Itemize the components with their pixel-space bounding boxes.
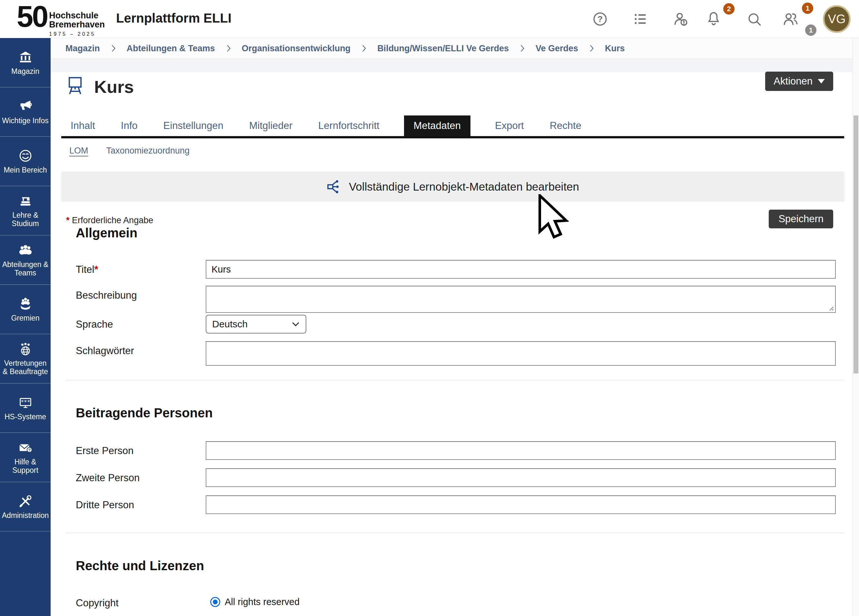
chevron-right-icon bbox=[111, 44, 116, 52]
tab-mitglieder[interactable]: Mitglieder bbox=[248, 116, 294, 136]
sidebar-item-gremien[interactable]: Gremien bbox=[0, 285, 51, 334]
required-note: * Erforderliche Angabe bbox=[66, 216, 153, 225]
caret-down-icon bbox=[818, 79, 825, 83]
breadcrumb-link-abteilungen[interactable]: Abteilungen & Teams bbox=[127, 44, 215, 53]
monitor-icon: *** bbox=[18, 395, 33, 410]
svg-text:***: *** bbox=[20, 399, 30, 405]
breadcrumb-current-kurs[interactable]: Kurs bbox=[605, 44, 625, 53]
people-in-hand-icon bbox=[18, 296, 33, 311]
chevron-right-icon bbox=[361, 44, 366, 52]
sidebar-item-hilfe-support[interactable]: ? Hilfe & Support bbox=[0, 433, 51, 482]
section-divider bbox=[66, 533, 844, 533]
chevron-right-icon bbox=[589, 44, 594, 52]
tab-info[interactable]: Info bbox=[120, 116, 139, 136]
breadcrumb-link-magazin[interactable]: Magazin bbox=[66, 44, 100, 53]
sidebar-item-vertretungen-beauftragte[interactable]: Vertretungen & Beauftragte bbox=[0, 334, 51, 383]
avatar[interactable]: VG bbox=[823, 5, 851, 33]
beschreibung-textarea[interactable] bbox=[206, 286, 836, 313]
zweite-person-input[interactable] bbox=[206, 468, 836, 487]
titel-input[interactable] bbox=[206, 260, 836, 279]
erste-person-input[interactable] bbox=[206, 441, 836, 460]
schlagwoerter-label: Schlagwörter bbox=[76, 345, 134, 357]
smiley-icon bbox=[18, 149, 33, 163]
hochschule-bremerhaven-logo[interactable]: 50 Hochschule Bremerhaven 1975 – 2025 bbox=[17, 3, 105, 37]
tab-export[interactable]: Export bbox=[494, 116, 525, 136]
books-icon bbox=[18, 194, 33, 208]
dritte-person-input[interactable] bbox=[206, 496, 836, 514]
chevron-right-icon bbox=[226, 44, 231, 52]
schlagwoerter-input[interactable] bbox=[206, 341, 836, 366]
bank-icon bbox=[18, 50, 33, 64]
sidebar-item-hs-systeme[interactable]: *** HS-Systeme bbox=[0, 383, 51, 433]
main-sidebar: Magazin Wichtige Infos Mein Bereich Lehr… bbox=[0, 38, 51, 616]
sidebar-item-magazin[interactable]: Magazin bbox=[0, 38, 51, 88]
breadcrumb-link-bildung-wissen[interactable]: Bildung/Wissen/ELLI Ve Gerdes bbox=[377, 44, 509, 53]
tab-rechte[interactable]: Rechte bbox=[548, 116, 583, 136]
breadcrumb: Magazin Abteilungen & Teams Organisation… bbox=[51, 38, 853, 59]
vertical-scrollbar bbox=[853, 38, 859, 616]
notifications-bell-icon[interactable] bbox=[706, 10, 722, 27]
chevron-right-icon bbox=[520, 44, 525, 52]
svg-text:?: ? bbox=[598, 14, 603, 24]
actions-button[interactable]: Aktionen bbox=[765, 72, 833, 91]
radio-selected-icon[interactable] bbox=[210, 597, 220, 607]
subtab-bar: LOM Taxonomiezuordnung bbox=[69, 146, 190, 156]
sidebar-item-lehre-studium[interactable]: Lehre & Studium bbox=[0, 186, 51, 235]
zweite-person-label: Zweite Person bbox=[76, 472, 140, 484]
section-heading-beitragende: Beitragende Personen bbox=[76, 406, 213, 420]
breadcrumb-separator-band bbox=[51, 60, 853, 72]
breadcrumb-link-ve-gerdes[interactable]: Ve Gerdes bbox=[536, 44, 578, 53]
beschreibung-label: Beschreibung bbox=[76, 289, 137, 301]
logo-name-line2: Bremerhaven bbox=[49, 20, 105, 29]
notification-badge: 2 bbox=[723, 3, 734, 14]
copyright-radio-option[interactable]: All rights reserved bbox=[210, 597, 300, 607]
sidebar-item-wichtige-infos[interactable]: Wichtige Infos bbox=[0, 88, 51, 137]
user-status-icon[interactable] bbox=[673, 11, 689, 27]
tab-inhalt[interactable]: Inhalt bbox=[69, 116, 97, 136]
subtab-taxonomiezuordnung[interactable]: Taxonomiezuordnung bbox=[106, 146, 190, 156]
contacts-icon[interactable] bbox=[782, 11, 798, 27]
list-menu-icon[interactable] bbox=[633, 11, 648, 27]
logo-number: 50 bbox=[17, 3, 47, 31]
top-header: 50 Hochschule Bremerhaven 1975 – 2025 Le… bbox=[0, 0, 859, 38]
tab-metadaten[interactable]: Metadaten bbox=[404, 116, 471, 136]
tab-einstellungen[interactable]: Einstellungen bbox=[162, 116, 225, 136]
banner-label: Vollständige Lernobjekt-Metadaten bearbe… bbox=[349, 180, 579, 193]
mail-question-icon: ? bbox=[18, 440, 33, 455]
tab-bar: Inhalt Info Einstellungen Mitglieder Ler… bbox=[69, 116, 583, 136]
sidebar-item-abteilungen-teams[interactable]: Abteilungen & Teams bbox=[0, 235, 51, 285]
metadata-hub-icon bbox=[326, 179, 342, 194]
section-heading-allgemein: Allgemein bbox=[76, 226, 137, 240]
save-button[interactable]: Speichern bbox=[769, 210, 833, 228]
search-icon[interactable] bbox=[746, 11, 762, 27]
sidebar-item-administration[interactable]: Administration bbox=[0, 482, 51, 532]
help-icon[interactable]: ? bbox=[592, 11, 608, 27]
contacts-new-badge: 1 bbox=[802, 3, 813, 14]
edit-full-metadata-banner[interactable]: Vollständige Lernobjekt-Metadaten bearbe… bbox=[61, 172, 844, 202]
titel-label: Titel* bbox=[76, 264, 98, 275]
copyright-label: Copyright bbox=[76, 597, 119, 609]
app-window: 50 Hochschule Bremerhaven 1975 – 2025 Le… bbox=[0, 0, 859, 616]
sprache-label: Sprache bbox=[76, 319, 113, 330]
subtab-lom[interactable]: LOM bbox=[69, 146, 88, 156]
tab-lernfortschritt[interactable]: Lernfortschritt bbox=[317, 116, 381, 136]
tab-underline bbox=[61, 136, 844, 138]
section-heading-rechte: Rechte und Lizenzen bbox=[76, 558, 204, 573]
page-title: Kurs bbox=[94, 77, 134, 97]
globe-people-icon bbox=[18, 342, 33, 356]
chevron-down-icon bbox=[292, 322, 300, 327]
logo-years: 1975 – 2025 bbox=[49, 31, 105, 37]
scrollbar-thumb[interactable] bbox=[854, 116, 858, 374]
sprache-select[interactable]: Deutsch bbox=[206, 315, 306, 333]
sidebar-item-mein-bereich[interactable]: Mein Bereich bbox=[0, 137, 51, 186]
copyright-option-label: All rights reserved bbox=[225, 597, 300, 607]
erste-person-label: Erste Person bbox=[76, 445, 133, 457]
dritte-person-label: Dritte Person bbox=[76, 499, 134, 511]
megaphone-icon bbox=[18, 99, 33, 114]
breadcrumb-link-organisationsentwicklung[interactable]: Organisationsentwicklung bbox=[242, 44, 351, 53]
logo-name-line1: Hochschule bbox=[49, 11, 105, 20]
contacts-total-badge: 1 bbox=[805, 25, 817, 36]
course-easel-icon bbox=[66, 75, 84, 96]
section-divider bbox=[66, 380, 844, 380]
svg-text:?: ? bbox=[28, 447, 31, 452]
